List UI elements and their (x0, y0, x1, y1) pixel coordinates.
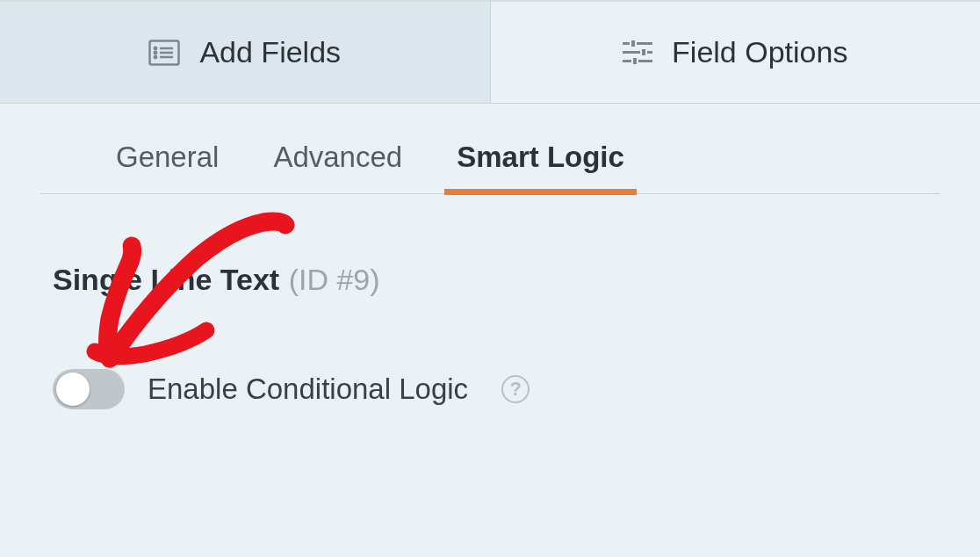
svg-rect-11 (642, 49, 645, 55)
help-icon[interactable]: ? (501, 375, 530, 403)
tab-add-fields-label: Add Fields (199, 35, 341, 69)
sub-tabs: General Advanced Smart Logic (40, 104, 940, 194)
top-tabs: Add Fields Field Options (0, 2, 980, 104)
conditional-logic-label: Enable Conditional Logic (148, 373, 468, 406)
svg-point-3 (155, 51, 156, 53)
svg-rect-8 (631, 40, 635, 47)
svg-rect-14 (633, 58, 637, 64)
subtab-general[interactable]: General (116, 141, 219, 193)
field-id: (ID #9) (289, 263, 380, 296)
tab-field-options-label: Field Options (672, 35, 847, 69)
field-name: Single Line Text (53, 263, 279, 296)
svg-rect-9 (637, 42, 652, 45)
subtab-advanced[interactable]: Advanced (273, 141, 402, 193)
svg-rect-10 (623, 51, 640, 54)
svg-rect-7 (623, 42, 630, 45)
tab-field-options[interactable]: Field Options (491, 2, 981, 103)
panel-content: Single Line Text (ID #9) Enable Conditio… (0, 194, 980, 409)
svg-rect-15 (638, 60, 652, 62)
sliders-icon (623, 40, 652, 66)
tab-add-fields[interactable]: Add Fields (0, 2, 491, 103)
svg-point-1 (155, 47, 156, 48)
list-icon (148, 40, 180, 66)
svg-point-5 (155, 55, 156, 57)
subtab-smart-logic[interactable]: Smart Logic (457, 141, 624, 193)
conditional-logic-toggle[interactable] (53, 369, 125, 409)
toggle-knob (56, 373, 90, 406)
svg-rect-12 (647, 51, 652, 54)
field-heading: Single Line Text (ID #9) (53, 263, 927, 297)
svg-rect-13 (623, 60, 631, 62)
conditional-logic-row: Enable Conditional Logic ? (53, 369, 927, 409)
